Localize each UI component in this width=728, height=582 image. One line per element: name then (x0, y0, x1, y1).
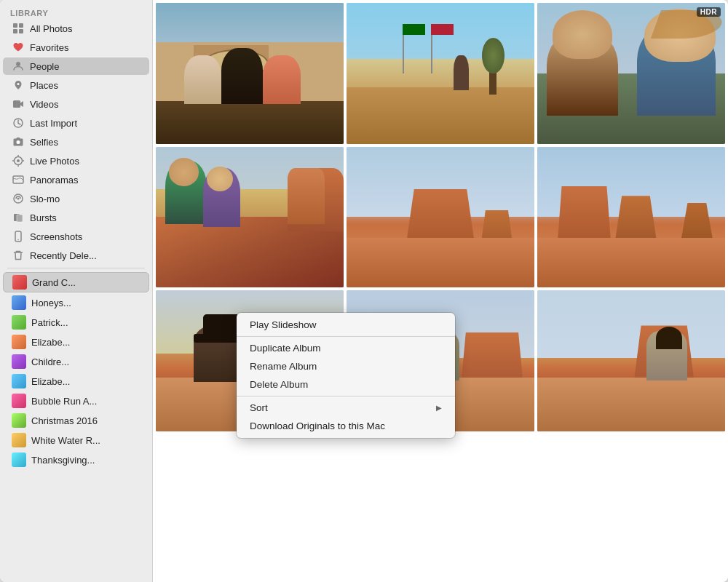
photo-cell-2[interactable] (347, 3, 534, 144)
sidebar-item-bubble-run-label: Bubble Run A... (31, 396, 97, 407)
svg-point-5 (17, 83, 20, 85)
album-thumb-honeymoon (12, 295, 26, 310)
library-section-label: Library (0, 3, 152, 19)
sidebar-item-panoramas[interactable]: Panoramas (3, 171, 149, 188)
sidebar-item-christmas-2016[interactable]: Christmas 2016 (3, 411, 149, 430)
albums-list: Grand C... Honeys... Patrick... Elizabe.… (0, 271, 152, 470)
album-thumb-bubble-run (12, 394, 26, 408)
photo-cell-1[interactable]: STANDIN'ON THECORNER (156, 3, 344, 144)
context-menu-separator-2 (237, 396, 455, 396)
context-menu-play-slideshow-label: Play Slideshow (250, 319, 317, 330)
sidebar-item-honeymoon-label: Honeys... (31, 298, 71, 308)
svg-rect-19 (17, 215, 23, 222)
sidebar-item-christmas-2016-label: Christmas 2016 (31, 415, 98, 426)
svg-rect-6 (13, 100, 20, 108)
context-menu: Play Slideshow Duplicate Album Rename Al… (237, 313, 455, 438)
album-thumb-elizabeth2 (12, 374, 26, 388)
sidebar-item-screenshots-label: Screenshots (30, 231, 82, 242)
sidebar-item-favorites[interactable]: Favorites (3, 39, 149, 56)
slowmo-icon (12, 192, 25, 205)
context-menu-delete-album-label: Delete Album (250, 379, 308, 390)
svg-rect-2 (13, 29, 17, 33)
sidebar-item-elizabeth2[interactable]: Elizabe... (3, 372, 149, 391)
sidebar-item-grand-canyon[interactable]: Grand C... (3, 272, 149, 292)
sidebar-item-screenshots[interactable]: Screenshots (3, 228, 149, 245)
phone-icon (12, 230, 25, 243)
context-menu-duplicate-album[interactable]: Duplicate Album (237, 339, 455, 357)
sidebar-item-live-photos-label: Live Photos (30, 156, 79, 167)
context-menu-sort[interactable]: Sort ▶ (237, 399, 455, 417)
album-thumb-elizabeth (12, 335, 26, 349)
sidebar-item-white-water-label: White Water R... (31, 435, 100, 446)
sidebar-item-recently-deleted[interactable]: Recently Dele... (3, 247, 149, 264)
sidebar-item-bursts[interactable]: Bursts (3, 209, 149, 226)
heart-icon (12, 41, 25, 54)
sidebar-item-people-label: People (30, 61, 59, 72)
context-menu-rename-album-label: Rename Album (250, 361, 317, 372)
svg-point-12 (17, 165, 19, 167)
sidebar-item-slo-mo[interactable]: Slo-mo (3, 190, 149, 207)
sidebar-item-children-label: Childre... (31, 356, 69, 367)
album-thumb-christmas-2016 (12, 413, 26, 428)
svg-rect-0 (13, 23, 17, 28)
sidebar-item-thanksgiving-label: Thanksgiving... (31, 455, 95, 466)
sidebar-item-videos-label: Videos (30, 99, 59, 110)
sidebar-item-all-photos[interactable]: All Photos (3, 20, 149, 37)
sidebar: Library All Photos Favorites (0, 0, 153, 582)
sidebar-item-children[interactable]: Childre... (3, 352, 149, 371)
sidebar-item-favorites-label: Favorites (30, 42, 68, 53)
context-menu-download-originals[interactable]: Download Originals to this Mac (237, 417, 455, 435)
album-thumb-children (12, 354, 26, 369)
context-menu-separator-1 (237, 336, 455, 337)
sidebar-item-thanksgiving[interactable]: Thanksgiving... (3, 450, 149, 469)
svg-rect-15 (13, 176, 23, 183)
photo-cell-4[interactable] (156, 147, 344, 288)
photo-cell-9[interactable] (537, 290, 725, 431)
live-icon (12, 154, 25, 167)
hdr-badge: HDR (697, 7, 721, 17)
sidebar-item-elizabeth-label: Elizabe... (31, 337, 70, 348)
trash-icon (12, 249, 25, 262)
svg-rect-3 (19, 29, 23, 33)
sidebar-item-bubble-run[interactable]: Bubble Run A... (3, 391, 149, 410)
sidebar-item-panoramas-label: Panoramas (30, 175, 78, 186)
panorama-icon (12, 173, 25, 186)
camera-icon (12, 135, 25, 148)
sidebar-item-places-label: Places (30, 80, 58, 91)
sidebar-item-patrick-label: Patrick... (31, 317, 68, 328)
svg-point-13 (12, 160, 14, 162)
app-window: Library All Photos Favorites (0, 0, 728, 582)
context-menu-duplicate-album-label: Duplicate Album (250, 343, 321, 354)
album-thumb-grand-canyon (12, 275, 27, 290)
context-menu-sort-label: Sort (250, 402, 268, 413)
sidebar-item-patrick[interactable]: Patrick... (3, 313, 149, 332)
photo-cell-6[interactable] (537, 147, 725, 288)
sidebar-item-elizabeth[interactable]: Elizabe... (3, 332, 149, 351)
sidebar-item-places[interactable]: Places (3, 76, 149, 94)
context-menu-rename-album[interactable]: Rename Album (237, 357, 455, 375)
sidebar-item-selfies[interactable]: Selfies (3, 133, 149, 151)
sidebar-item-white-water[interactable]: White Water R... (3, 431, 149, 450)
video-icon (12, 97, 25, 111)
svg-point-8 (17, 140, 20, 144)
sidebar-item-all-photos-label: All Photos (30, 23, 73, 34)
sidebar-item-elizabeth2-label: Elizabe... (31, 376, 70, 387)
pin-icon (12, 79, 25, 92)
grid-icon (12, 22, 25, 35)
photo-cell-5[interactable] (347, 147, 534, 288)
photo-cell-3[interactable]: HDR (537, 3, 725, 144)
sidebar-item-videos[interactable]: Videos (3, 95, 149, 113)
svg-point-11 (17, 155, 19, 156)
sidebar-item-honeymoon[interactable]: Honeys... (3, 293, 149, 312)
sidebar-item-recently-deleted-label: Recently Dele... (30, 250, 97, 261)
burst-icon (12, 211, 25, 224)
sidebar-item-live-photos[interactable]: Live Photos (3, 152, 149, 170)
context-menu-delete-album[interactable]: Delete Album (237, 375, 455, 394)
sidebar-item-last-import[interactable]: Last Import (3, 114, 149, 132)
svg-point-17 (17, 198, 20, 200)
sidebar-item-people[interactable]: People (3, 57, 149, 75)
context-menu-play-slideshow[interactable]: Play Slideshow (237, 316, 455, 334)
sidebar-item-selfies-label: Selfies (30, 137, 58, 148)
album-thumb-thanksgiving (12, 453, 26, 467)
svg-point-10 (17, 159, 20, 162)
